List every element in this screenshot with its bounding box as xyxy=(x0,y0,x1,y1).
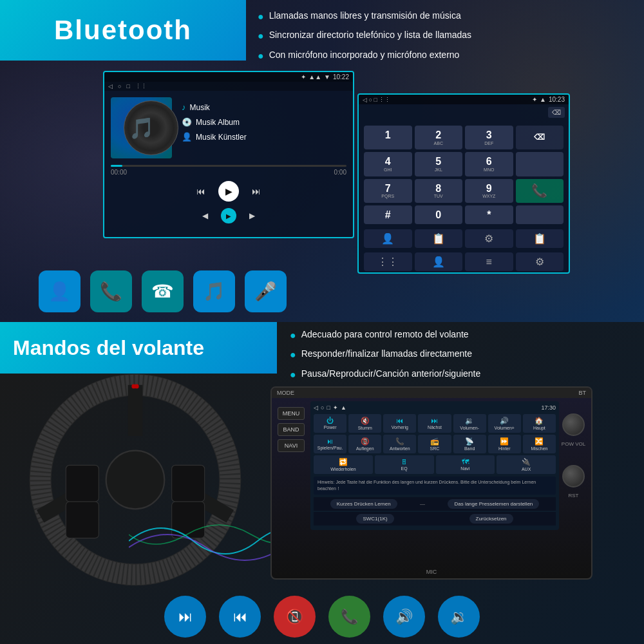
phone-dialpad-screen: ◁ ○ □ ⋮⋮ ✦ ▲ 10:23 ⌫ 1 2ABC 3DEF ⌫ 4GHI … xyxy=(357,93,570,274)
dial-star[interactable]: * xyxy=(465,205,513,225)
bt-feature-text-3: Con micrófono incorporado y micrófono ex… xyxy=(269,49,460,62)
radio-statusbar: ◁ ○ □ ✦ ▲ 17:30 xyxy=(314,404,556,411)
eq-btn[interactable]: 🎚EQ xyxy=(375,455,434,474)
vol-down-icon-btn[interactable]: 🔉 xyxy=(438,596,480,638)
music-icon-btn[interactable]: 🎵 xyxy=(193,270,235,312)
home-btn[interactable]: 🏠Haupt xyxy=(523,414,556,433)
dial-8[interactable]: 8TUV xyxy=(415,179,463,203)
grid-btn[interactable]: ⋮⋮ xyxy=(364,252,412,271)
next-btn[interactable]: ⏭ xyxy=(252,186,261,196)
track-row: ♪ Musik xyxy=(182,102,346,112)
radio-btn-grid-3: 🔁Wiederholen 🎚EQ 🗺Navi 🔌AUX xyxy=(314,455,556,474)
nav-apps-icon[interactable]: □ xyxy=(126,83,129,90)
mode-label: MODE xyxy=(277,390,294,396)
bt-feature-text-1: Llamadas manos libres y transmisión de m… xyxy=(269,10,461,23)
phone-time: 10:23 xyxy=(549,96,565,103)
fwd-btn[interactable]: ⏩Hinter xyxy=(488,435,521,453)
next-track-icon-btn[interactable]: ⏭ xyxy=(164,596,206,638)
dial-1[interactable]: 1 xyxy=(364,126,412,149)
shuffle-btn[interactable]: 🔀Mischen xyxy=(523,435,556,453)
dial-hash[interactable]: # xyxy=(364,205,412,225)
rst-knob[interactable] xyxy=(562,465,585,488)
rewind-btn[interactable]: ◀ xyxy=(202,211,208,220)
radio-bt-icon: ✦ xyxy=(333,404,338,411)
vol-down-btn[interactable]: 🔉Volumen- xyxy=(453,414,486,433)
nav-back-icon[interactable]: ◁ xyxy=(108,83,113,90)
power-btn[interactable]: ⏻Power xyxy=(314,414,346,433)
answer-btn[interactable]: 📞Antworten xyxy=(383,435,416,453)
dial-4[interactable]: 4GHI xyxy=(364,152,412,176)
swc-btn[interactable]: SWC1(1K) xyxy=(356,514,393,524)
radio-home-icon[interactable]: ○ xyxy=(321,404,324,411)
gear-btn[interactable]: ⚙ xyxy=(516,252,564,271)
delete-btn[interactable]: ⌫ xyxy=(548,107,565,118)
navi-radio-btn[interactable]: 🗺Navi xyxy=(436,455,495,474)
radio-apps-icon[interactable]: □ xyxy=(327,404,330,411)
dial-7[interactable]: 7PQRS xyxy=(364,179,412,203)
forward-btn[interactable]: ▶ xyxy=(249,211,255,220)
end-call-icon-btn[interactable]: 📵 xyxy=(274,596,316,638)
call-button[interactable]: 📞 xyxy=(516,179,564,203)
reset-btn[interactable]: Zurücksetzen xyxy=(469,514,513,524)
bt-label: BT xyxy=(578,390,586,396)
sw-feature-text-1: Adecuado para control remoto del volante xyxy=(301,328,469,341)
radio-top-bar: MODE BT xyxy=(272,388,591,398)
hangup-btn[interactable]: 📵Auflegen xyxy=(348,435,381,453)
play-pause-btn[interactable]: ⏯Spielen/Pau. xyxy=(314,435,346,453)
dial-3[interactable]: 3DEF xyxy=(465,126,513,149)
prev-track-btn[interactable]: ⏮Vorherig xyxy=(383,414,416,433)
dial-0[interactable]: 0 xyxy=(415,205,463,225)
contact-icon-btn[interactable]: 👤 xyxy=(39,270,80,312)
phone-nav-back[interactable]: ◁ ○ □ ⋮⋮ xyxy=(363,97,390,103)
play-btn[interactable]: ▶ xyxy=(218,181,239,202)
navi-btn[interactable]: NAVI xyxy=(278,439,305,452)
music-controls: ⏮ ▶ ⏭ xyxy=(104,176,353,207)
vol-up-btn[interactable]: 🔊Volumen+ xyxy=(488,414,521,433)
phone-icon-btn[interactable]: ☎ xyxy=(142,270,184,312)
music-statusbar: ✦ ▲▲ ▼ 10:22 xyxy=(104,72,353,82)
track-icon: ♪ xyxy=(182,102,186,112)
music-time: 10:22 xyxy=(333,73,349,80)
bluetooth-header: Bluetooth xyxy=(0,0,246,61)
sw-bullet-3: ● xyxy=(290,368,296,382)
music-info: ♪ Musik 💿 Musik Album 👤 Musik Künstler xyxy=(182,97,346,162)
mute-btn[interactable]: 🔇Stumm xyxy=(348,414,381,433)
bt-feature-3: ● Con micrófono incorporado y micrófono … xyxy=(258,49,631,63)
recents-btn[interactable]: 📋 xyxy=(415,229,463,248)
list-btn[interactable]: ≡ xyxy=(465,252,513,271)
short-press-btn[interactable]: Kurzes Drücken Lernen xyxy=(330,499,397,509)
long-press-btn[interactable]: Das lange Presselemen darstellen xyxy=(448,499,539,509)
src-btn[interactable]: 📻SRC xyxy=(418,435,451,453)
vol-up-icon-btn[interactable]: 🔊 xyxy=(383,596,425,638)
steering-header: Mandos del volante xyxy=(0,322,277,374)
dial-5[interactable]: 5JKL xyxy=(415,152,463,176)
answer-call-icon-btn[interactable]: 📞 xyxy=(328,596,370,638)
settings-btn[interactable]: ⚙ xyxy=(465,229,513,248)
prev-track-icon-btn[interactable]: ⏮ xyxy=(219,596,261,638)
radio-btn-grid-2: ⏯Spielen/Pau. 📵Auflegen 📞Antworten 📻SRC … xyxy=(314,435,556,453)
nav-home-icon[interactable]: ○ xyxy=(118,83,121,90)
prev-btn[interactable]: ⏮ xyxy=(196,186,205,196)
play-btn-2[interactable]: ▶ xyxy=(221,208,236,223)
nav-menu-icon[interactable]: ⋮⋮ xyxy=(135,83,147,90)
contacts-btn[interactable]: 👤 xyxy=(364,229,412,248)
repeat-btn[interactable]: 🔁Wiederholen xyxy=(314,455,373,474)
bt-feature-text-2: Sincronizar directorio telefónico y list… xyxy=(269,29,471,42)
dial-9[interactable]: 9WXYZ xyxy=(465,179,513,203)
call-icon-btn[interactable]: 📞 xyxy=(90,270,132,312)
dial-2[interactable]: 2ABC xyxy=(415,126,463,149)
aux-btn[interactable]: 🔌AUX xyxy=(497,455,556,474)
album-row: 💿 Musik Album xyxy=(182,117,346,127)
person-btn[interactable]: 👤 xyxy=(415,252,463,271)
sw-bullet-1: ● xyxy=(290,328,296,343)
mic-icon-btn[interactable]: 🎤 xyxy=(245,270,287,312)
pow-vol-knob[interactable] xyxy=(562,413,585,436)
extra-btn[interactable]: 📋 xyxy=(516,229,564,248)
menu-btn[interactable]: MENU xyxy=(278,407,305,420)
dial-6[interactable]: 6MNO xyxy=(465,152,513,176)
radio-back-icon[interactable]: ◁ xyxy=(314,404,318,411)
dial-clear[interactable]: ⌫ xyxy=(516,126,564,149)
next-track-btn[interactable]: ⏭Nächst xyxy=(418,414,451,433)
band-radio-btn[interactable]: 📡Band xyxy=(453,435,486,453)
band-btn[interactable]: BAND xyxy=(278,423,305,436)
